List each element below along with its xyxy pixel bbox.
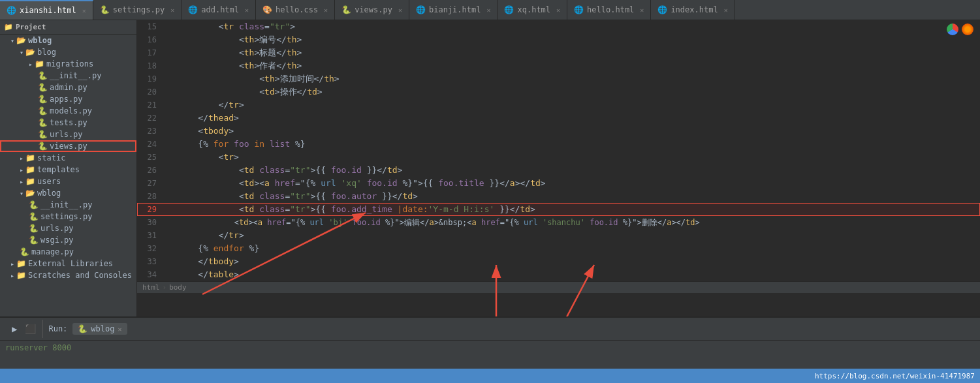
sidebar-item-manage[interactable]: 🐍 manage.py xyxy=(0,246,136,258)
folder-icon: 📂 xyxy=(16,36,26,45)
sidebar-item-admin[interactable]: 🐍 admin.py xyxy=(0,82,136,93)
code-line-29: 29 <td class="tr">{{ foo.add_time |date:… xyxy=(137,203,980,216)
main-content: 📁 Project ▾ 📂 wblog ▾ 📂 blog ▸ 📁 migrati… xyxy=(0,20,980,316)
sidebar-item-wblog-root[interactable]: ▾ 📂 wblog xyxy=(0,35,136,46)
play-button[interactable]: ▶ xyxy=(9,322,20,335)
tab-close[interactable]: ✕ xyxy=(640,7,644,14)
code-line-16: 16 <th>编号</th> xyxy=(137,33,980,46)
py-icon2: 🐍 xyxy=(341,5,351,14)
tab-close[interactable]: ✕ xyxy=(486,7,490,14)
tab-settings[interactable]: 🐍 settings.py ✕ xyxy=(93,0,182,20)
chrome-icon[interactable] xyxy=(947,23,958,35)
sidebar-item-migrations[interactable]: ▸ 📁 migrations xyxy=(0,58,136,70)
folder-icon7: 📂 xyxy=(25,189,35,198)
code-line-25: 25 <tr> xyxy=(137,151,980,164)
run-tab-wblog[interactable]: 🐍 wblog ✕ xyxy=(72,323,127,335)
breadcrumb-body: body xyxy=(169,283,187,292)
sidebar-item-wsgi[interactable]: 🐍 wsgi.py xyxy=(0,234,136,246)
sidebar-item-blog[interactable]: ▾ 📂 blog xyxy=(0,46,136,58)
sidebar-item-scratches[interactable]: ▸ 📁 Scratches and Consoles xyxy=(0,269,136,281)
sidebar-item-init[interactable]: 🐍 __init__.py xyxy=(0,70,136,82)
tab-close[interactable]: ✕ xyxy=(245,7,249,14)
sidebar-label-init2: __init__.py xyxy=(40,200,92,209)
code-line-30: 30 <td><a href="{% url 'bj' foo.id %}">编… xyxy=(137,216,980,229)
py-file-icon7: 🐍 xyxy=(38,142,48,151)
sidebar-item-templates[interactable]: ▸ 📁 templates xyxy=(0,164,136,176)
sidebar-item-users[interactable]: ▸ 📁 users xyxy=(0,176,136,187)
sidebar-label-migrations: migrations xyxy=(46,59,93,69)
status-right: https://blog.csdn.net/weixin-41471987 xyxy=(815,372,975,380)
code-line-15: 15 <tr class="tr"> xyxy=(137,20,980,33)
py-file-icon9: 🐍 xyxy=(29,212,39,221)
tab-xianshi[interactable]: 🌐 xianshi.html ✕ xyxy=(0,0,93,20)
sidebar-label-apps: apps.py xyxy=(50,95,83,104)
sidebar-project-header[interactable]: 📁 Project xyxy=(0,20,136,35)
tab-close[interactable]: ✕ xyxy=(398,7,402,14)
editor-area[interactable]: 15 <tr class="tr"> 16 <th>编号</th> 17 <th… xyxy=(137,20,980,316)
tab-views[interactable]: 🐍 views.py ✕ xyxy=(335,0,409,20)
folder-icon6: 📁 xyxy=(25,177,35,186)
code-line-31: 31 </tr> xyxy=(137,229,980,242)
sidebar-item-static[interactable]: ▸ 📁 static xyxy=(0,152,136,164)
sidebar-item-init2[interactable]: 🐍 __init__.py xyxy=(0,199,136,211)
py-file-icon3: 🐍 xyxy=(38,95,48,104)
bottom-panel: ▶ ⬛ Run: 🐍 wblog ✕ runserver 8000 xyxy=(0,316,980,369)
html-icon3: 🌐 xyxy=(504,5,514,14)
code-line-26: 26 <td class="tr">{{ foo.id }}</td> xyxy=(137,164,980,177)
sidebar-item-settings2[interactable]: 🐍 settings.py xyxy=(0,211,136,222)
sidebar-item-urls2[interactable]: 🐍 urls.py xyxy=(0,222,136,234)
breadcrumb-html: html xyxy=(142,283,160,292)
tab-label: hello.css xyxy=(276,5,318,14)
sidebar-item-apps[interactable]: 🐍 apps.py xyxy=(0,93,136,105)
tab-close[interactable]: ✕ xyxy=(324,7,328,14)
sidebar-label-static: static xyxy=(37,153,65,162)
tab-bar: 🌐 xianshi.html ✕ 🐍 settings.py ✕ 🌐 add.h… xyxy=(0,0,980,20)
run-controls: ▶ ⬛ xyxy=(5,320,43,338)
tab-label: settings.py xyxy=(113,5,165,14)
tab-index[interactable]: 🌐 index.html ✕ xyxy=(651,0,735,20)
py-file-icon: 🐍 xyxy=(38,71,48,80)
sidebar-label-manage: manage.py xyxy=(31,247,74,256)
py-file-icon5: 🐍 xyxy=(38,118,48,127)
firefox-icon[interactable] xyxy=(962,23,973,35)
tab-close[interactable]: ✕ xyxy=(82,7,86,14)
sidebar-item-views[interactable]: 🐍 views.py xyxy=(0,140,136,152)
run-tab-icon: 🐍 xyxy=(78,324,87,333)
arrow-icon9: ▸ xyxy=(10,272,14,279)
arrow-icon8: ▸ xyxy=(10,260,14,268)
stop-button[interactable]: ⬛ xyxy=(22,322,39,335)
sidebar-item-models[interactable]: 🐍 models.py xyxy=(0,105,136,117)
sidebar-label-views: views.py xyxy=(50,142,87,151)
tab-add[interactable]: 🌐 add.html ✕ xyxy=(182,0,256,20)
sidebar-item-extlib[interactable]: ▸ 📁 External Libraries xyxy=(0,258,136,269)
sidebar-label-scratches: Scratches and Consoles xyxy=(28,271,132,280)
breadcrumb-bar: html › body xyxy=(137,281,980,293)
tab-label: index.html xyxy=(671,5,718,14)
status-bar: https://blog.csdn.net/weixin-41471987 xyxy=(0,369,980,383)
tab-hello[interactable]: 🌐 hello.html ✕ xyxy=(567,0,651,20)
sidebar-item-wblog2[interactable]: ▾ 📂 wblog xyxy=(0,187,136,199)
code-line-22: 22 </thead> xyxy=(137,112,980,125)
run-label: Run: xyxy=(48,324,67,333)
sidebar-label-wblog2: wblog xyxy=(37,189,61,198)
sidebar-label-wsgi: wsgi.py xyxy=(40,236,74,245)
sidebar-item-tests[interactable]: 🐍 tests.py xyxy=(0,117,136,129)
run-tab-label: wblog xyxy=(91,324,114,333)
tab-css[interactable]: 🎨 hello.css ✕ xyxy=(256,0,335,20)
tab-close[interactable]: ✕ xyxy=(556,7,560,14)
run-server-text: runserver 8000 xyxy=(5,343,71,352)
browser-icons xyxy=(947,23,973,35)
tab-close[interactable]: ✕ xyxy=(724,7,728,14)
tab-xq[interactable]: 🌐 xq.html ✕ xyxy=(498,0,567,20)
sidebar-label-admin: admin.py xyxy=(50,83,87,92)
html-icon5: 🌐 xyxy=(657,5,667,14)
sidebar-label-init: __init__.py xyxy=(50,71,101,80)
sidebar-item-urls[interactable]: 🐍 urls.py xyxy=(0,129,136,140)
folder-icon9: 📁 xyxy=(16,271,26,280)
run-tab-close[interactable]: ✕ xyxy=(118,326,121,333)
tab-close[interactable]: ✕ xyxy=(170,7,174,14)
html-icon2: 🌐 xyxy=(416,5,426,14)
css-icon: 🎨 xyxy=(262,5,272,14)
tab-bianji[interactable]: 🌐 bianji.html ✕ xyxy=(409,0,498,20)
folder-icon5: 📁 xyxy=(25,165,35,174)
